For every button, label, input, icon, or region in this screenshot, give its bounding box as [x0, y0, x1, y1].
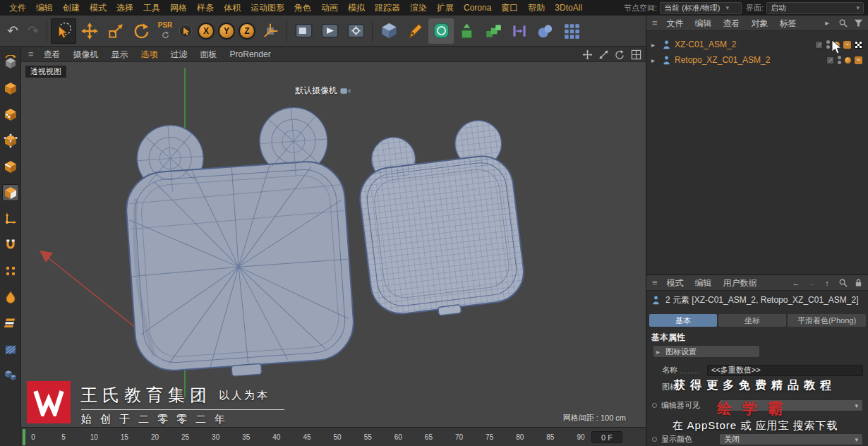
vp-menu-camera[interactable]: 摄像机 [68, 47, 104, 62]
menu-create[interactable]: 创建 [58, 0, 85, 16]
om-menu-object[interactable]: 对象 [747, 16, 773, 31]
menu-simulate[interactable]: 模拟 [343, 0, 370, 16]
make-editable-button[interactable] [2, 54, 19, 71]
y-axis-lock-button[interactable]: Y [217, 18, 236, 44]
menu-tools[interactable]: 工具 [138, 0, 165, 16]
rotate-tool-button[interactable] [129, 18, 155, 44]
zoom-view-button[interactable] [598, 49, 609, 60]
menu-spline[interactable]: 样条 [192, 0, 219, 16]
scene-3d[interactable] [21, 47, 646, 427]
render-picture-viewer-button[interactable] [317, 18, 342, 44]
rotate-view-button[interactable] [614, 49, 625, 60]
workplane-mode-button[interactable] [2, 367, 19, 384]
menu-volume[interactable]: 体积 [219, 0, 246, 16]
expand-caret-icon[interactable]: ▸ [651, 56, 658, 64]
param-circle-icon[interactable] [652, 403, 657, 408]
model-xz-c01[interactable] [120, 104, 356, 383]
mograph-cloner-button[interactable] [481, 18, 506, 44]
menu-character[interactable]: 角色 [289, 0, 316, 16]
am-menu-edit[interactable]: 编辑 [690, 275, 717, 291]
workplane-button[interactable] [2, 341, 19, 358]
psr-transfer-button[interactable]: PSR [155, 18, 175, 44]
camera-label-group[interactable]: 默认摄像机 [295, 85, 351, 97]
menu-render[interactable]: 渲染 [405, 0, 432, 16]
snap-toggle-button[interactable] [2, 236, 19, 253]
viewport[interactable]: ≡ 查看 摄像机 显示 选项 过滤 面板 ProRender 透视视图 默认摄像… [21, 47, 646, 427]
timeline-playhead[interactable] [23, 429, 25, 445]
live-selection-tool-button[interactable] [51, 18, 76, 44]
menu-file[interactable]: 文件 [4, 0, 31, 16]
extrude-button[interactable] [454, 18, 480, 44]
polygon-mode-button[interactable] [2, 184, 19, 201]
icon-settings-group[interactable]: ▸ 图标设置 [653, 346, 759, 357]
back-button[interactable]: ← [790, 277, 802, 289]
om-menu-edit[interactable]: 编辑 [690, 16, 717, 31]
pan-view-button[interactable] [581, 49, 593, 60]
object-name[interactable]: XZ-C01_ASM_2 [675, 40, 736, 49]
timeline-ruler[interactable]: 0 5 10 15 20 25 30 35 40 45 50 55 60 65 … [28, 428, 586, 446]
menu-edit[interactable]: 编辑 [31, 0, 58, 16]
menu-window[interactable]: 窗口 [496, 0, 523, 16]
current-frame-field[interactable]: 0 F [591, 431, 622, 443]
material-tag-icon[interactable] [845, 57, 851, 64]
om-menu-file[interactable]: 文件 [662, 16, 689, 31]
menu-corona[interactable]: Corona [459, 0, 496, 16]
param-circle-icon[interactable] [652, 437, 657, 442]
undo-button[interactable]: ↶ [3, 18, 23, 44]
model-mode-button[interactable] [2, 80, 19, 97]
texture-mode-button[interactable] [2, 106, 19, 123]
coordinate-system-button[interactable] [258, 18, 283, 44]
om-search-button[interactable] [837, 18, 848, 29]
om-menu-tags[interactable]: 标签 [775, 16, 802, 31]
vertex-paint-button[interactable] [2, 289, 19, 306]
x-axis-lock-button[interactable]: X [196, 18, 216, 44]
edge-mode-button[interactable] [2, 158, 19, 175]
tab-phong[interactable]: 平滑着色(Phong) [788, 314, 866, 327]
menu-help[interactable]: 帮助 [523, 0, 550, 16]
am-menu-userdata[interactable]: 用户数据 [718, 275, 762, 291]
layer-toggle-icon[interactable] [826, 56, 834, 64]
tab-basic[interactable]: 基本 [649, 314, 717, 327]
menu-tracker[interactable]: 跟踪器 [370, 0, 405, 16]
om-filter-button[interactable] [852, 18, 864, 29]
menu-mograph[interactable]: 运动图形 [246, 0, 289, 16]
menu-mesh[interactable]: 网格 [165, 0, 192, 16]
move-tool-button[interactable] [77, 18, 102, 44]
layers-button[interactable] [2, 315, 19, 332]
am-search-button[interactable] [837, 277, 848, 289]
timeline[interactable]: 0 5 10 15 20 25 30 35 40 45 50 55 60 65 … [21, 427, 646, 446]
render-settings-button[interactable] [343, 18, 368, 44]
subdivision-surface-button[interactable] [428, 18, 454, 44]
quantize-button[interactable] [2, 263, 19, 279]
add-cube-button[interactable] [376, 18, 402, 44]
redo-button[interactable]: ↷ [23, 18, 43, 44]
om-overflow-icon[interactable]: ▸ [821, 18, 833, 29]
vp-menu-view[interactable]: 查看 [38, 47, 66, 62]
display-tag-icon[interactable] [855, 41, 862, 49]
phong-tag-icon[interactable]: ~ [843, 41, 851, 49]
vp-menu-panel[interactable]: 面板 [195, 47, 223, 62]
visibility-dots-icon[interactable] [826, 40, 830, 49]
view-label[interactable]: 透视视图 [25, 66, 66, 78]
recent-tool-button[interactable] [176, 18, 195, 44]
editor-visible-select[interactable]: ▾ [719, 399, 863, 411]
am-lock-button[interactable] [852, 277, 864, 289]
forward-button[interactable]: → [806, 277, 817, 289]
tab-coordinates[interactable]: 坐标 [718, 314, 786, 327]
up-button[interactable]: ↑ [821, 277, 833, 289]
toggle-view-button[interactable] [630, 49, 641, 60]
display-color-select[interactable]: 关闭 ▾ [719, 433, 863, 445]
expand-caret-icon[interactable]: ▸ [651, 41, 658, 49]
model-retopo[interactable] [352, 117, 528, 324]
menu-animate[interactable]: 动画 [316, 0, 343, 16]
name-input[interactable]: <<多重数值>> [707, 365, 863, 376]
render-view-button[interactable] [291, 18, 316, 44]
menu-extensions[interactable]: 扩展 [432, 0, 459, 16]
z-axis-lock-button[interactable]: Z [237, 18, 257, 44]
array-button[interactable] [559, 18, 584, 44]
am-grip-icon[interactable]: ≡ [649, 277, 661, 288]
menu-3dtoall[interactable]: 3DtoAll [550, 0, 587, 16]
menu-select[interactable]: 选择 [111, 0, 138, 16]
vp-menu-prorender[interactable]: ProRender [224, 47, 277, 62]
object-name[interactable]: Retopo_XZ_C01_ASM_2 [675, 55, 770, 65]
